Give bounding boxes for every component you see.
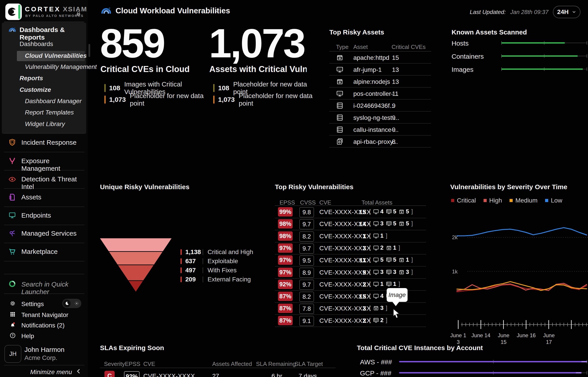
column-header: Total Assets xyxy=(362,199,392,206)
breakdown-pair: 1 xyxy=(373,232,383,239)
sidebar-item-customize[interactable]: Customize xyxy=(20,86,51,93)
sidebar-item-vulnerability-management[interactable]: Vulnerability Management xyxy=(25,63,97,71)
sla-row[interactable]: C92%CVE-XXXX-XXXX276 hr7 days xyxy=(100,369,335,377)
total-assets: 3 xyxy=(353,245,366,252)
sidebar-item-report-templates[interactable]: Report Templates xyxy=(25,109,74,116)
asset-row[interactable]: pos-controller-...11 xyxy=(329,88,431,100)
severity-line-chart[interactable] xyxy=(456,211,588,322)
epss-badge: 87% xyxy=(278,304,293,313)
funnel-label: External Facing xyxy=(208,276,251,283)
funnel-label: With Fixes xyxy=(208,267,237,274)
container-icon xyxy=(398,269,405,275)
total-assets: 1 xyxy=(353,233,366,240)
vm-icon xyxy=(386,209,392,215)
asset-row[interactable]: i-024669436f...9 xyxy=(329,100,431,112)
sidebar-item-reports[interactable]: Reports xyxy=(20,75,43,82)
vulnerability-row[interactable]: 98%8.2CVE-XXXX-XXXX1[1] xyxy=(275,230,426,243)
asset-row[interactable]: afr-jump-113 xyxy=(329,64,431,76)
widget-title: Top Risky Vulnerabilities xyxy=(275,183,426,191)
vulnerability-row[interactable]: 98%9.7CVE-XXXX-XXXX14[355] xyxy=(275,218,426,230)
host-icon xyxy=(373,257,379,263)
vulnerability-row[interactable]: 97%9.7CVE-XXXX-XXXX3[21] xyxy=(275,242,426,255)
funnel-chart[interactable] xyxy=(100,238,172,292)
sidebar-module-assets[interactable]: Assets xyxy=(0,190,88,204)
vulnerability-row[interactable]: 97%9.5CVE-XXXX-XXXX11[551] xyxy=(275,254,426,267)
breakdown-pair: 3 xyxy=(373,269,383,275)
vulnerability-row[interactable]: 99%9.8CVE-XXXX-XXXX15[455] xyxy=(275,206,426,218)
host-icon xyxy=(373,245,379,251)
breakdown-pair: 3 xyxy=(373,220,383,227)
avatar[interactable]: JH xyxy=(4,345,21,363)
minimize-menu-label[interactable]: Minimize menu xyxy=(30,368,72,376)
svg-text:?: ? xyxy=(12,334,14,337)
sidebar-scrollbar[interactable] xyxy=(88,44,90,57)
chevron-left-icon[interactable] xyxy=(76,368,82,374)
vulnerability-row[interactable]: 87%7.8CVE-XXXX-XXXX3[3] xyxy=(275,302,426,315)
sidebar-utility-help[interactable]: ?Help xyxy=(0,330,88,340)
title-chevron-down-icon[interactable] xyxy=(215,9,220,14)
vulnerability-row[interactable]: 87%9.1CVE-XXXX-XXXX2[2] xyxy=(275,315,426,327)
module-label: Managed Services xyxy=(21,230,76,237)
epss-badge: 98% xyxy=(278,219,293,228)
container-icon xyxy=(398,257,405,263)
sidebar-module-incident-response[interactable]: Incident Response xyxy=(0,136,88,149)
cvss-score: 9.8 xyxy=(299,207,314,217)
asset-row[interactable]: callu-instance-...9 xyxy=(329,124,431,136)
sidebar-utility-notifications-2-[interactable]: Notifications (2) xyxy=(0,320,88,330)
asset-row[interactable]: api-rbac-proxy...8 xyxy=(329,136,431,148)
sidebar-module-detection-threat-intel[interactable]: Detection & Threat Intel xyxy=(0,173,88,186)
mouse-cursor xyxy=(392,308,401,319)
time-range-value: 24H xyxy=(557,9,568,16)
breakdown-pair: 3 xyxy=(373,305,383,311)
funnel-value: 637 xyxy=(185,258,203,265)
eye-icon xyxy=(8,175,16,183)
sidebar-module-marketplace[interactable]: Marketplace xyxy=(0,245,88,258)
funnel-label: Critical and High xyxy=(208,248,253,256)
sidebar-utility-tenant-navigator[interactable]: Tenant Navigator xyxy=(0,309,88,319)
quick-launcher-input[interactable]: Search in Quick Launcher xyxy=(21,281,88,296)
cve-id[interactable]: CVE-XXXX-XXXX xyxy=(143,373,195,377)
dashboard-gauge-icon xyxy=(100,5,112,16)
asset-row[interactable]: alpine:nodejs13 xyxy=(329,76,431,88)
sidebar-section-title[interactable]: Dashboards & Reports xyxy=(20,26,86,41)
substat-color-bar xyxy=(104,84,105,92)
container-icon xyxy=(373,305,379,311)
epss-badge: 92% xyxy=(278,280,293,289)
legend-swatch xyxy=(484,199,487,202)
hub-icon xyxy=(8,229,16,238)
column-header: SLA Remaining xyxy=(256,361,296,367)
asset-row[interactable]: apache:httpd15 xyxy=(329,52,431,64)
cvss-score: 9.1 xyxy=(299,316,314,326)
substat: 1,073Placeholder for new data point xyxy=(100,92,207,107)
known-asset-row: Hosts xyxy=(451,39,588,47)
sidebar-item-cloud-vulnerabilities[interactable]: Cloud Vulnerabilities xyxy=(25,52,87,59)
time-range-button[interactable]: 24H xyxy=(553,6,580,18)
cvss-score: 8.2 xyxy=(299,292,314,302)
breakdown-pair: 1 xyxy=(386,244,396,251)
total-assets: 15 xyxy=(353,209,366,216)
asset-breakdown: [355] xyxy=(369,220,413,227)
vulnerability-row[interactable]: 97%8.9CVE-XXXX-XXXX9[333] xyxy=(275,266,426,279)
asset-name: api-rbac-proxy... xyxy=(353,138,398,145)
module-label: Assets xyxy=(21,193,41,201)
sidebar-item-widget-library[interactable]: Widget Library xyxy=(25,120,65,128)
sidebar-module-endpoints[interactable]: Endpoints xyxy=(0,209,88,222)
asset-row[interactable]: syslog-ng-test-...9 xyxy=(329,112,431,124)
cvss-score: 7.8 xyxy=(299,304,314,314)
breakdown-pair: 5 xyxy=(398,220,409,227)
theme-toggle[interactable] xyxy=(62,299,81,308)
epss-score: 92% xyxy=(124,371,139,377)
asset-breakdown: [21] xyxy=(369,244,400,251)
widget-title: Known Assets Scanned xyxy=(451,28,588,36)
sidebar-module-exposure-management[interactable]: Exposure Management xyxy=(0,154,88,168)
epss-badge: 97% xyxy=(278,268,293,277)
module-label: Marketplace xyxy=(21,248,58,255)
workload-icon xyxy=(336,138,344,145)
legend-swatch xyxy=(509,199,513,202)
sidebar-module-managed-services[interactable]: Managed Services xyxy=(0,227,88,240)
sidebar-item-dashboard-manager[interactable]: Dashboard Manager xyxy=(25,98,81,105)
known-asset-label: Images xyxy=(451,66,473,73)
total-assets: 2 xyxy=(353,317,366,324)
breakdown-pair: 5 xyxy=(386,208,396,215)
sidebar-item-dashboards[interactable]: Dashboards xyxy=(20,40,53,47)
